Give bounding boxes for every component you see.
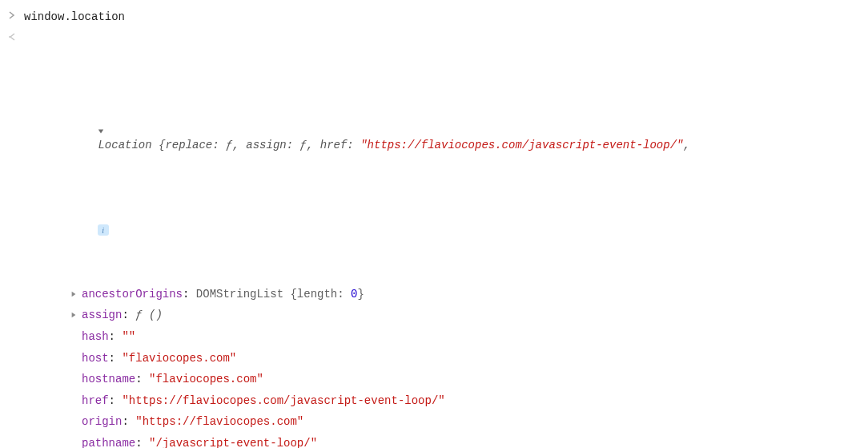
- property-entry: href: "https://flaviocopes.com/javascrip…: [82, 390, 445, 412]
- property-value: "": [122, 330, 135, 343]
- input-row: window.location: [8, 6, 860, 28]
- info-icon[interactable]: i: [98, 224, 109, 236]
- property-row[interactable]: assign: ƒ (): [70, 305, 860, 326]
- property-key: pathname: [82, 437, 135, 448]
- property-entry: host: "flaviocopes.com": [82, 348, 236, 369]
- property-key: host: [82, 352, 109, 365]
- property-row: hostname: "flaviocopes.com": [70, 369, 860, 390]
- property-key: href: [82, 394, 109, 407]
- property-entry: assign: ƒ (): [82, 305, 163, 326]
- property-value: ƒ (): [135, 309, 163, 321]
- object-properties: ancestorOrigins: DOMStringList {length: …: [40, 284, 860, 448]
- property-value: "/javascript-event-loop/": [149, 437, 317, 448]
- property-entry: origin: "https://flaviocopes.com": [82, 411, 303, 433]
- property-row: hash: "": [70, 326, 860, 348]
- property-entry: hostname: "flaviocopes.com": [82, 369, 263, 390]
- property-value: "https://flaviocopes.com/javascript-even…: [122, 394, 444, 407]
- console-response: Location {replace: ƒ, assign: ƒ, href: "…: [24, 28, 860, 448]
- property-entry: pathname: "/javascript-event-loop/": [82, 433, 317, 448]
- expand-triangle-icon[interactable]: [70, 291, 82, 297]
- expand-triangle-icon[interactable]: [70, 312, 82, 318]
- property-row: href: "https://flaviocopes.com/javascrip…: [70, 390, 860, 412]
- response-icon: [8, 28, 24, 48]
- property-row[interactable]: ancestorOrigins: DOMStringList {length: …: [70, 284, 860, 305]
- object-summary[interactable]: Location {replace: ƒ, assign: ƒ, href: "…: [40, 91, 860, 176]
- svg-point-0: [9, 36, 10, 38]
- prompt-icon: [8, 6, 24, 26]
- property-row: host: "flaviocopes.com": [70, 348, 860, 369]
- property-entry: hash: "": [82, 326, 135, 348]
- console-input[interactable]: window.location: [24, 6, 860, 28]
- property-entry: ancestorOrigins: DOMStringList {length: …: [82, 284, 364, 305]
- constructor-name: Location: [98, 139, 151, 151]
- property-key: hostname: [82, 373, 135, 385]
- property-value: "https://flaviocopes.com": [135, 415, 303, 428]
- property-key: origin: [82, 415, 122, 428]
- property-row: origin: "https://flaviocopes.com": [70, 411, 860, 433]
- response-row: Location {replace: ƒ, assign: ƒ, href: "…: [8, 28, 860, 448]
- property-key: ancestorOrigins: [82, 288, 183, 301]
- property-key: hash: [82, 330, 109, 343]
- expand-caret-icon[interactable]: [44, 99, 104, 163]
- property-value: DOMStringList {length:: [196, 288, 351, 301]
- property-value: "flaviocopes.com": [122, 352, 236, 365]
- property-row: pathname: "/javascript-event-loop/": [70, 433, 860, 448]
- property-key: assign: [82, 309, 122, 321]
- property-value: "flaviocopes.com": [149, 373, 263, 385]
